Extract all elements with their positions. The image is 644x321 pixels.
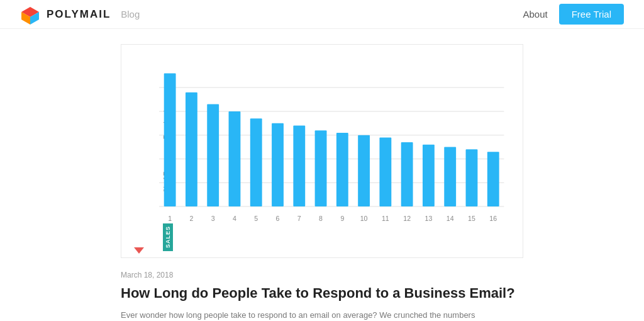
svg-text:2: 2 [189,214,193,222]
svg-text:14: 14 [447,214,454,222]
brand-name: POLYMAIL [47,8,111,21]
svg-rect-39 [423,145,435,206]
svg-rect-23 [250,118,262,206]
svg-text:16: 16 [489,214,497,222]
svg-text:11: 11 [382,214,389,222]
article-date: March 18, 2018 [121,271,523,279]
main-content: % of Responses Received 0%10%20%30%40%50… [108,44,536,321]
chart-inner: 0%10%20%30%40%50%12345678910111213141516 [159,57,510,226]
svg-rect-29 [315,130,327,206]
svg-rect-17 [186,93,197,206]
svg-rect-45 [487,152,499,206]
svg-rect-31 [336,133,348,206]
svg-rect-41 [444,147,456,206]
svg-text:1: 1 [168,214,172,222]
site-header: POLYMAIL Blog About Free Trial [0,0,644,29]
svg-text:7: 7 [297,214,301,222]
brand-blog-label: Blog [121,9,140,20]
svg-text:8: 8 [319,214,323,222]
about-link[interactable]: About [523,9,547,20]
svg-text:9: 9 [340,214,344,222]
svg-rect-19 [207,104,219,207]
arrow-decoration [134,247,144,254]
svg-text:15: 15 [468,214,475,222]
svg-rect-35 [379,137,391,206]
svg-text:10: 10 [360,214,368,222]
chart-svg: 0%10%20%30%40%50%12345678910111213141516 [159,57,510,226]
sales-badge: SALES [163,223,173,251]
svg-rect-21 [229,111,241,206]
header-nav: About Free Trial [523,4,624,25]
svg-text:5: 5 [254,214,258,222]
svg-rect-37 [401,142,413,206]
brand-logo: POLYMAIL Blog [20,4,140,25]
svg-rect-15 [164,73,176,206]
svg-rect-25 [272,123,284,206]
svg-text:13: 13 [425,214,433,222]
svg-text:12: 12 [403,214,411,222]
svg-text:4: 4 [233,214,236,222]
svg-rect-43 [466,149,478,206]
svg-text:3: 3 [211,214,215,222]
bar-chart: % of Responses Received 0%10%20%30%40%50… [121,44,523,258]
article-title: How Long do People Take to Respond to a … [121,284,523,303]
article-excerpt: Ever wonder how long people take to resp… [121,309,523,321]
svg-text:6: 6 [276,214,280,222]
svg-rect-27 [293,126,305,207]
polymail-logo-icon [20,4,40,25]
svg-rect-33 [358,135,370,206]
free-trial-button[interactable]: Free Trial [559,4,624,25]
